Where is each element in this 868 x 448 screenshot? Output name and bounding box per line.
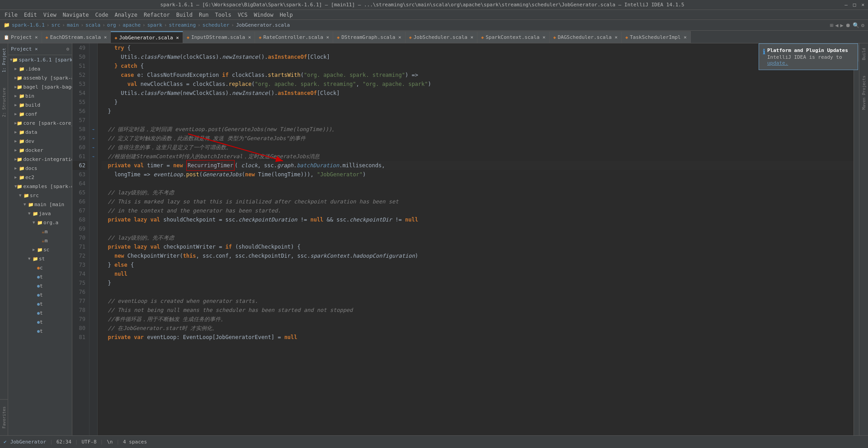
tree-conf[interactable]: ▶ 📁 conf <box>8 109 72 118</box>
tab-project--[interactable]: 📋Project × <box>0 31 42 43</box>
tree-t1[interactable]: ▶ ● t <box>8 272 72 281</box>
recent-files-icon[interactable]: ⏺ <box>845 22 851 28</box>
menu-item-file[interactable]: File <box>2 10 20 20</box>
tree-docs[interactable]: ▶ 📁 docs <box>8 164 72 173</box>
structure-tab-button[interactable]: 2: Structure <box>1 85 7 120</box>
maven-tab-button[interactable]: Maven Projects <box>861 73 867 113</box>
tree-java[interactable]: ▼ 📁 java <box>8 209 72 218</box>
tab-jobscheduler-scala--[interactable]: ◆JobScheduler.scala × <box>406 31 477 43</box>
tree-orga[interactable]: ▼ 📁 org.a <box>8 218 72 227</box>
tree-t4[interactable]: ▶ ● t <box>8 299 72 308</box>
tree-t7[interactable]: ▶ ● t <box>8 326 72 335</box>
tab-inputdstream-scala--[interactable]: ◆InputDStream.scala × <box>183 31 255 43</box>
tree-src[interactable]: ▼ 📁 src <box>8 191 72 200</box>
tree-data[interactable]: ▶ 📁 data <box>8 127 72 137</box>
breadcrumb-main[interactable]: main <box>67 22 79 28</box>
menu-item-tools[interactable]: Tools <box>212 10 234 20</box>
tree-bagel[interactable]: ▶ 📁 bagel [spark-bage <box>8 82 72 91</box>
menu-item-run[interactable]: Run <box>196 10 212 20</box>
status-line-sep[interactable]: \n <box>107 439 113 445</box>
settings-icon[interactable]: ⚙ <box>861 22 864 28</box>
code-line-56: } <box>101 107 854 116</box>
tab-icon: 📋 <box>4 35 9 40</box>
tree-build[interactable]: ▶ 📁 build <box>8 100 72 109</box>
menu-item-code[interactable]: Code <box>93 10 111 20</box>
breadcrumb-spark2[interactable]: spark <box>147 22 162 28</box>
code-line-63: longTime => eventLoop.post(GenerateJobs(… <box>101 170 854 179</box>
breadcrumb-src[interactable]: src <box>51 22 60 28</box>
code-line-54: Utils.classForName(newClockClass).newIns… <box>101 89 854 98</box>
navigate-fwd-icon[interactable]: ▶ <box>840 22 844 28</box>
tree-c-scala[interactable]: ▶ ● c <box>8 263 72 272</box>
navigate-back-icon[interactable]: ◀ <box>835 22 838 28</box>
code-content[interactable]: try { Utils.classForName(clockClass).new… <box>98 43 854 435</box>
tab-ratecontroller-scala--[interactable]: ◆RateController.scala × <box>255 31 333 43</box>
code-line-74: null <box>101 269 854 278</box>
code-line-81: private var eventLoop: EventLoop[JobGene… <box>101 333 854 342</box>
editor-scrollbar[interactable] <box>854 43 859 435</box>
minimize-button[interactable]: — <box>844 2 848 8</box>
tree-examples[interactable]: ▼ 📁 examples [spark-e: <box>8 182 72 191</box>
status-indent[interactable]: 4 spaces <box>123 439 147 445</box>
tree-st[interactable]: ▼ 📁 st <box>8 254 72 263</box>
tree-m1[interactable]: ▶ ☕ m <box>8 227 72 236</box>
status-sep2: | <box>75 439 78 445</box>
build-tab-button[interactable]: Build <box>861 45 867 63</box>
tree-core[interactable]: ▶ 📁 core [spark-core_2 <box>8 118 72 127</box>
breadcrumb-org[interactable]: org <box>107 22 116 28</box>
menu-item-vcs[interactable]: VCS <box>235 10 250 20</box>
tab-dstreamgraph-scala--[interactable]: ◆DStreamGraph.scala × <box>333 31 405 43</box>
close-button[interactable]: ✕ <box>861 2 864 8</box>
tree-main[interactable]: ▼ 📁 main [main <box>8 200 72 209</box>
menu-item-window[interactable]: Window <box>251 10 276 20</box>
breadcrumb-streaming[interactable]: streaming <box>169 22 196 28</box>
code-editor[interactable]: 49 50 51 52 53 54 55 56 57 58 59 60 61 6… <box>72 43 859 435</box>
tree-docker[interactable]: ▶ 📁 docker <box>8 146 72 155</box>
gutter: → → → → <box>90 43 98 435</box>
breadcrumb-file[interactable]: JobGenerator.scala <box>236 22 290 28</box>
status-line-col[interactable]: 62:34 <box>57 439 71 445</box>
tree-assembly[interactable]: ▶ 📁 assembly [spark-as <box>8 73 72 82</box>
tree-docker-integration[interactable]: ▶ 📁 docker-integration- <box>8 155 72 164</box>
favorites-bar[interactable]: Favorites <box>0 399 8 435</box>
tab-dagscheduler-scala--[interactable]: ◆DAGScheduler.scala × <box>550 31 622 43</box>
menu-item-help[interactable]: Help <box>277 10 296 20</box>
menu-item-edit[interactable]: Edit <box>21 10 40 20</box>
tab-jobgenerator-scala--[interactable]: ◆JobGenerator.scala × <box>111 31 183 43</box>
project-tab-button[interactable]: 1: Project <box>1 45 7 75</box>
line-numbers: 49 50 51 52 53 54 55 56 57 58 59 60 61 6… <box>72 43 90 435</box>
maximize-button[interactable]: □ <box>853 2 856 8</box>
tree-t3[interactable]: ▶ ● t <box>8 290 72 299</box>
notification-link[interactable]: update. <box>767 60 788 66</box>
menu-item-build[interactable]: Build <box>174 10 195 20</box>
breadcrumb-scala[interactable]: scala <box>85 22 100 28</box>
code-line-67: // in the context and the generator has … <box>101 206 854 215</box>
menu-item-view[interactable]: View <box>41 10 59 20</box>
tree-idea[interactable]: ▶ 📁 .idea <box>8 64 72 73</box>
tab-sparkcontext-scala--[interactable]: ◆SparkContext.scala × <box>477 31 549 43</box>
breadcrumb-spark[interactable]: spark-1.6.1 <box>12 22 45 28</box>
tree-dev[interactable]: ▶ 📁 dev <box>8 137 72 146</box>
breadcrumb-actions: ⊞ ◀ ▶ ⏺ 🔍 ⚙ <box>830 22 864 28</box>
tree-t2[interactable]: ▶ ● t <box>8 281 72 290</box>
menu-item-refactor[interactable]: Refactor <box>141 10 173 20</box>
bookmark-icon[interactable]: ⊞ <box>830 22 833 28</box>
tab-eachdstream-scala--[interactable]: ◆EachDStream.scala × <box>42 31 111 43</box>
tab-taskschedulerimpl--[interactable]: ◆TaskSchedulerImpl × <box>622 31 691 43</box>
breadcrumb-scheduler[interactable]: scheduler <box>203 22 230 28</box>
code-line-51: } catch { <box>101 61 854 71</box>
menu-item-navigate[interactable]: Navigate <box>60 10 92 20</box>
panel-gear-icon[interactable]: ⚙ <box>66 46 69 52</box>
menu-item-analyze[interactable]: Analyze <box>112 10 140 20</box>
tree-bin[interactable]: ▶ 📁 bin <box>8 91 72 100</box>
search-everywhere-icon[interactable]: 🔍 <box>853 22 859 28</box>
tree-sc[interactable]: ▶ 📁 sc <box>8 245 72 254</box>
tree-root[interactable]: ▼ 📁 spark-1.6.1 [spark-par <box>8 55 72 64</box>
breadcrumb-apache[interactable]: apache <box>123 22 141 28</box>
status-encoding[interactable]: UTF-8 <box>81 439 96 445</box>
tab-icon: ◆ <box>337 35 340 40</box>
tree-t5[interactable]: ▶ ● t <box>8 308 72 317</box>
tree-m2[interactable]: ▶ ☕ m <box>8 236 72 245</box>
tree-t6[interactable]: ▶ ● t <box>8 317 72 326</box>
tree-ec2[interactable]: ▶ 📁 ec2 <box>8 173 72 182</box>
